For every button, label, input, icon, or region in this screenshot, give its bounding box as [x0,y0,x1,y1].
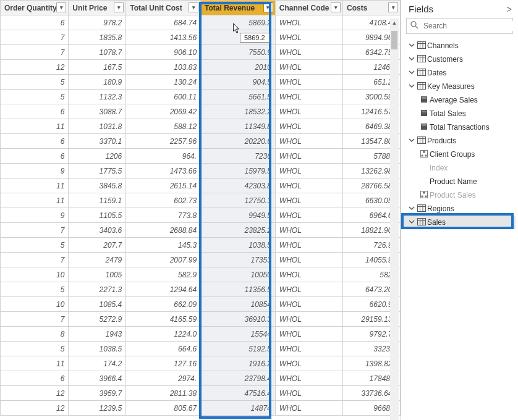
cell-tr[interactable]: 14874 [201,401,276,416]
cell-tuc[interactable]: 602.73 [126,193,201,208]
table-row[interactable]: 12167.5103.832010WHOL1246.2 [1,60,401,75]
fields-table-regions[interactable]: Regions [404,202,516,216]
fields-search[interactable] [406,18,513,34]
cell-tr[interactable]: 904.5 [201,75,276,90]
cell-cc[interactable]: WHOL [275,104,342,119]
cell-cc[interactable]: WHOL [275,119,342,134]
cell-cc[interactable]: WHOL [275,223,342,238]
cell-cc[interactable]: WHOL [275,60,342,75]
cell-tuc[interactable]: 2069.42 [126,104,201,119]
cell-cc[interactable]: WHOL [275,149,342,164]
cell-tr[interactable]: 5192.5 [201,342,276,356]
cell-oq[interactable]: 7 [1,30,69,45]
table-row[interactable]: 73403.62688.8423825.2WHOL18821.908 [1,223,401,238]
cell-up[interactable]: 2271.3 [69,282,126,297]
column-filter-icon[interactable]: ▾ [114,2,124,12]
cell-tr[interactable]: 1038.5 [201,238,276,253]
cell-tr[interactable]: 23825.2 [201,223,276,238]
cell-cc[interactable]: WHOL [275,356,342,371]
cell-oq[interactable]: 11 [1,193,69,208]
fields-field-average-sales[interactable]: Average Sales [404,93,516,107]
cell-tr[interactable]: 1916.2 [201,356,276,371]
cell-oq[interactable]: 12 [1,401,69,416]
table-row[interactable]: 5207.7145.31038.5WHOL726.95 [1,238,401,253]
cell-up[interactable]: 1005 [69,267,126,282]
cell-oq[interactable]: 7 [1,312,69,327]
cell-up[interactable]: 1132.3 [69,90,126,104]
cell-cc[interactable]: WHOL [275,342,342,356]
cell-tr[interactable]: 23798.4 [201,371,276,386]
cell-tr[interactable]: 7236 [201,149,276,164]
cell-tr[interactable]: 17353 [201,253,276,267]
cell-oq[interactable]: 11 [1,178,69,193]
cell-tuc[interactable]: 1224.0 [126,327,201,342]
table-row[interactable]: 63966.42974.23798.4WHOL17848.8 [1,371,401,386]
cell-cc[interactable]: WHOL [275,253,342,267]
table-row[interactable]: 75272.94165.5936910.3WHOL29159.137 [1,312,401,327]
table-row[interactable]: 51132.3600.115661.5WHOL3000.595 [1,90,401,104]
expand-icon[interactable] [407,137,416,145]
cell-cc[interactable]: WHOL [275,90,342,104]
cell-oq[interactable]: 6 [1,15,69,30]
cell-tr[interactable] [201,30,276,45]
cell-up[interactable]: 3370.1 [69,134,126,149]
cell-tr[interactable]: 15979.5 [201,164,276,178]
cell-tr[interactable]: 5869.2 [201,15,276,30]
cell-cc[interactable]: WHOL [275,312,342,327]
cell-cc[interactable]: WHOL [275,193,342,208]
cell-cc[interactable]: WHOL [275,15,342,30]
cell-cc[interactable]: WHOL [275,30,342,45]
fields-table-customers[interactable]: Customers [404,52,516,66]
fields-table-sales[interactable]: Sales [404,216,516,229]
cell-tr[interactable]: 10050 [201,267,276,282]
cell-oq[interactable]: 11 [1,119,69,134]
fields-field-total-transactions[interactable]: Total Transactions [404,120,516,134]
expand-icon[interactable] [407,205,416,212]
table-row[interactable]: 63370.12257.9620220.6WHOL13547.802 [1,134,401,149]
expand-icon[interactable] [407,56,416,63]
cell-up[interactable]: 3088.7 [69,104,126,119]
cell-tr[interactable]: 5661.5 [201,90,276,104]
cell-up[interactable]: 3403.6 [69,223,126,238]
cell-tuc[interactable]: 1413.56 [126,30,201,45]
cell-oq[interactable]: 9 [1,208,69,223]
expand-icon[interactable] [407,83,416,90]
cell-tuc[interactable]: 662.09 [126,297,201,312]
cell-tuc[interactable]: 2974. [126,371,201,386]
cell-tr[interactable]: 7550.9 [201,45,276,60]
column-header-tr[interactable]: Total Revenue▾ [201,1,276,15]
cell-up[interactable]: 1078.7 [69,45,126,60]
cell-tuc[interactable]: 1473.66 [126,164,201,178]
table-row[interactable]: 11174.2127.161916.2WHOL1398.826 [1,356,401,371]
cell-up[interactable]: 3845.8 [69,178,126,193]
cell-oq[interactable]: 7 [1,253,69,267]
cell-up[interactable]: 1239.5 [69,401,126,416]
table-row[interactable]: 61206964.7236WHOL5788.8 [1,149,401,164]
table-row[interactable]: 5180.9130.24904.5WHOL651.24 [1,75,401,90]
cell-oq[interactable]: 6 [1,371,69,386]
scroll-up-icon[interactable]: ▲ [390,20,399,28]
cell-oq[interactable]: 5 [1,90,69,104]
table-row[interactable]: 101085.4662.0910854WHOL6620.94 [1,297,401,312]
fields-field-product-sales[interactable]: Product Sales [404,188,516,202]
cell-oq[interactable]: 5 [1,282,69,297]
cell-cc[interactable]: WHOL [275,164,342,178]
cell-oq[interactable]: 10 [1,267,69,282]
cell-tuc[interactable]: 582.9 [126,267,201,282]
scroll-thumb[interactable] [391,31,397,49]
table-row[interactable]: 123959.72811.3847516.4WHOL33736.644 [1,386,401,401]
cell-tr[interactable]: 2010 [201,60,276,75]
collapse-pane-icon[interactable]: > [507,4,512,14]
cell-tr[interactable]: 11349.8 [201,119,276,134]
cell-tuc[interactable]: 773.8 [126,208,201,223]
cell-oq[interactable]: 7 [1,223,69,238]
cell-tuc[interactable]: 906.10 [126,45,201,60]
cell-tr[interactable]: 47516.4 [201,386,276,401]
cell-up[interactable]: 1038.5 [69,342,126,356]
expand-icon[interactable] [407,219,416,226]
cell-tr[interactable]: 20220.6 [201,134,276,149]
cell-oq[interactable]: 10 [1,297,69,312]
vertical-scrollbar[interactable]: ▲ [390,19,399,420]
cell-up[interactable]: 207.7 [69,238,126,253]
cell-oq[interactable]: 5 [1,342,69,356]
